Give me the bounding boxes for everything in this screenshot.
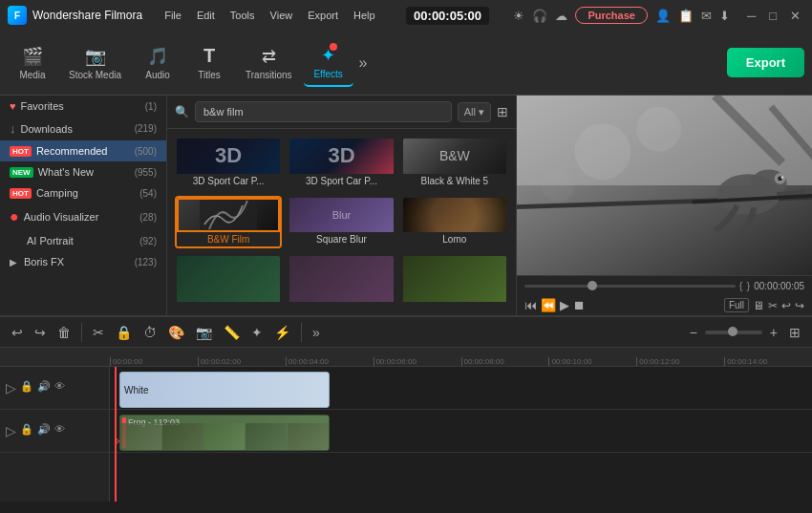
menu-edit[interactable]: Edit: [190, 8, 222, 23]
full-label[interactable]: Full: [724, 298, 749, 312]
preview-progress-slider[interactable]: [524, 285, 736, 288]
minimize-button[interactable]: ─: [743, 9, 759, 23]
headphone-icon[interactable]: 🎧: [532, 9, 547, 23]
track2-lock-button[interactable]: 🔒: [20, 423, 33, 438]
menu-export[interactable]: Export: [301, 8, 345, 23]
preview-slider-thumb[interactable]: [588, 281, 597, 290]
effect-item-row3-2[interactable]: [288, 254, 395, 308]
toolbar-more-button[interactable]: »: [355, 51, 372, 75]
menu-view[interactable]: View: [264, 8, 300, 23]
purchase-button[interactable]: Purchase: [575, 7, 648, 24]
maximize-button[interactable]: □: [765, 9, 780, 23]
downloads-label: Downloads: [21, 123, 73, 135]
sidebar-item-audio-visualizer[interactable]: ● Audio Visualizer (28): [0, 203, 166, 230]
zoom-out-button[interactable]: −: [686, 323, 701, 342]
download-icon[interactable]: ⬇: [719, 9, 730, 23]
effect-btn[interactable]: ✦: [247, 323, 267, 342]
white-clip[interactable]: White: [119, 372, 330, 408]
ai-portrait-count: (92): [139, 236, 157, 246]
redo-icon[interactable]: ↪: [795, 299, 804, 312]
sidebar-item-recommended[interactable]: HOT Recommended (500): [0, 140, 166, 161]
effects-panel: 🔍 All ▾ ⊞ 3D 3D Sport Car P... 3D 3D Spo…: [167, 96, 516, 315]
monitor-icon[interactable]: 🖥: [753, 299, 764, 312]
effect-item-row3-1[interactable]: [175, 254, 282, 308]
effect-item-lomo[interactable]: Lomo: [401, 196, 508, 249]
account-icon[interactable]: 👤: [655, 9, 671, 23]
effect-item-bwfilm[interactable]: B&W Film: [175, 196, 282, 249]
menu-help[interactable]: Help: [347, 8, 382, 23]
project-icon[interactable]: 📋: [678, 9, 694, 23]
menu-bar: File Edit Tools View Export Help: [158, 8, 381, 23]
crop-button[interactable]: 📏: [220, 323, 244, 342]
track1-lock-button[interactable]: 🔒: [20, 380, 33, 395]
toolbar-effects[interactable]: ✦ Effects: [304, 39, 353, 87]
snapshot-button[interactable]: 📷: [192, 323, 216, 342]
grid-toggle-icon[interactable]: ⊞: [497, 104, 508, 119]
track2-audio-button[interactable]: 🔊: [37, 423, 51, 438]
toolbar-titles[interactable]: T Titles: [184, 39, 234, 86]
chevron-down-icon: ▾: [479, 106, 484, 118]
frog-clip[interactable]: Frog - 112:03: [119, 415, 330, 451]
step-back-button[interactable]: ⏪: [541, 298, 556, 312]
track2-eye-button[interactable]: 👁: [54, 423, 65, 438]
split-button[interactable]: ✂: [89, 323, 108, 342]
effect-item-bw5[interactable]: B&W Black & White 5: [401, 137, 508, 190]
titles-label: Titles: [198, 70, 221, 80]
export-button[interactable]: Export: [727, 48, 804, 77]
track1-audio-button[interactable]: 🔊: [37, 380, 51, 395]
search-icon: 🔍: [175, 105, 189, 118]
stop-button[interactable]: ⏹: [573, 298, 586, 312]
message-icon[interactable]: ✉: [701, 9, 712, 23]
sidebar-item-favorites[interactable]: ♥ Favorites (1): [0, 96, 166, 117]
track-controls-1: ▷ 🔒 🔊 👁: [6, 380, 65, 395]
zoom-in-button[interactable]: +: [766, 323, 781, 342]
undo-icon[interactable]: ↩: [781, 299, 791, 312]
menu-file[interactable]: File: [158, 8, 188, 23]
zoom-slider-thumb[interactable]: [728, 327, 737, 336]
effect-item-sport1[interactable]: 3D 3D Sport Car P...: [175, 137, 282, 190]
undo-timeline-button[interactable]: ↩: [8, 323, 27, 342]
effects-search-bar: 🔍 All ▾ ⊞: [167, 96, 516, 129]
toolbar-media[interactable]: 🎬 Media: [8, 40, 57, 86]
close-button[interactable]: ✕: [786, 9, 804, 23]
toolbar-stock-media[interactable]: 📷 Stock Media: [59, 40, 131, 86]
title-bar-center: 00:00:05:00: [388, 7, 508, 25]
color-button[interactable]: 🎨: [164, 323, 188, 342]
playhead[interactable]: [115, 367, 117, 502]
zoom-controls: − +: [686, 323, 781, 342]
ai-btn[interactable]: ⚡: [270, 323, 294, 342]
effect-thumb-row3-1: [177, 256, 280, 302]
play-button[interactable]: ▶: [560, 298, 569, 312]
hot-badge-recommended: HOT: [10, 146, 32, 157]
effect-item-sport2[interactable]: 3D 3D Sport Car P...: [288, 137, 395, 190]
fit-button[interactable]: ⊞: [785, 323, 804, 342]
cut-icon[interactable]: ✂: [768, 299, 778, 312]
redo-timeline-button[interactable]: ↪: [31, 323, 50, 342]
effect-item-squarblur[interactable]: Blur Square Blur: [288, 196, 395, 249]
ruler-mark-10: 00:00:10:00: [548, 357, 636, 366]
toolbar-audio[interactable]: 🎵 Audio: [133, 40, 182, 86]
effect-item-row3-3[interactable]: [401, 254, 508, 308]
track1-eye-button[interactable]: 👁: [54, 380, 65, 395]
zoom-slider[interactable]: [705, 331, 762, 334]
sun-icon[interactable]: ☀: [513, 9, 524, 23]
timeline-more-button[interactable]: »: [309, 323, 324, 342]
track-controls-2: ▷ 🔒 🔊 👁: [6, 423, 65, 438]
delete-button[interactable]: 🗑: [53, 323, 75, 342]
sidebar-item-whats-new[interactable]: NEW What's New (955): [0, 161, 166, 182]
search-input[interactable]: [195, 101, 452, 122]
menu-tools[interactable]: Tools: [224, 8, 262, 23]
speed-button[interactable]: ⏱: [139, 323, 160, 342]
sidebar-item-ai-portrait[interactable]: AI Portrait (92): [0, 230, 166, 251]
filter-dropdown[interactable]: All ▾: [458, 102, 491, 122]
sidebar-item-downloads[interactable]: ↓ Downloads (219): [0, 117, 166, 140]
sidebar-item-camping[interactable]: HOT Camping (54): [0, 182, 166, 203]
effect-thumb-lomo: [403, 198, 506, 233]
toolbar-transitions[interactable]: ⇄ Transitions: [236, 40, 302, 86]
sidebar-item-boris-fx[interactable]: ▶ Boris FX (123): [0, 251, 166, 272]
cloud-icon[interactable]: ☁: [555, 9, 567, 23]
lock-button[interactable]: 🔒: [112, 323, 136, 342]
skip-back-button[interactable]: ⏮: [524, 298, 537, 312]
hot-badge-camping: HOT: [10, 188, 32, 199]
stock-media-label: Stock Media: [69, 70, 121, 80]
